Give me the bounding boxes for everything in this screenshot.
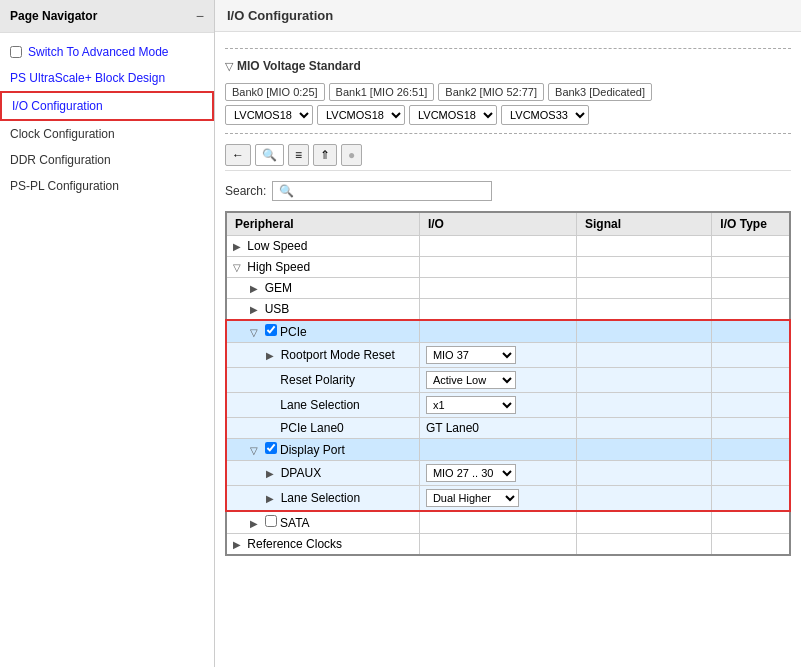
- pcie-expand-icon[interactable]: ▽: [250, 327, 258, 338]
- dp-lane-sel-expand-icon[interactable]: ▶: [266, 493, 274, 504]
- low-speed-iotype: [712, 236, 790, 257]
- search-label: Search:: [225, 184, 266, 198]
- dp-lane-sel-io-cell[interactable]: Dual Higher Dual Lower Single Higher Sin…: [419, 486, 576, 512]
- rootport-label: Rootport Mode Reset: [281, 348, 395, 362]
- usb-expand-icon[interactable]: ▶: [250, 304, 258, 315]
- mio-section-header: ▽ MIO Voltage Standard: [225, 55, 791, 77]
- mio-expand-arrow[interactable]: ▽: [225, 60, 233, 73]
- low-speed-cell[interactable]: ▶ Low Speed: [226, 236, 419, 257]
- display-port-io: [419, 439, 576, 461]
- low-speed-signal: [577, 236, 712, 257]
- config-table: Peripheral I/O Signal I/O Type ▶ Low Spe…: [225, 211, 791, 556]
- high-speed-label: High Speed: [247, 260, 310, 274]
- pcie-lane0-cell: PCIe Lane0: [226, 418, 419, 439]
- sidebar-item-advanced-mode[interactable]: Switch To Advanced Mode: [0, 39, 214, 65]
- sidebar-item-clock-configuration[interactable]: Clock Configuration: [0, 121, 214, 147]
- sidebar-item-ddr-configuration[interactable]: DDR Configuration: [0, 147, 214, 173]
- advanced-mode-checkbox[interactable]: [10, 46, 22, 58]
- sata-expand-icon[interactable]: ▶: [250, 518, 258, 529]
- rootport-io-cell[interactable]: MIO 37: [419, 343, 576, 368]
- minimize-icon[interactable]: −: [196, 8, 204, 24]
- dpaux-expand-icon[interactable]: ▶: [266, 468, 274, 479]
- dp-lane-sel-signal: [577, 486, 712, 512]
- sidebar-item-ps-ultrascale[interactable]: PS UltraScale+ Block Design: [0, 65, 214, 91]
- ref-clocks-signal: [577, 534, 712, 556]
- high-speed-cell[interactable]: ▽ High Speed: [226, 257, 419, 278]
- pcie-iotype: [712, 320, 790, 343]
- toolbar-dot-button[interactable]: ●: [341, 144, 362, 166]
- content-header: I/O Configuration: [215, 0, 801, 32]
- gem-cell[interactable]: ▶ GEM: [226, 278, 419, 299]
- dp-lane-sel-select[interactable]: Dual Higher Dual Lower Single Higher Sin…: [426, 489, 519, 507]
- high-speed-iotype: [712, 257, 790, 278]
- usb-cell[interactable]: ▶ USB: [226, 299, 419, 321]
- bank0-select[interactable]: LVCMOS18LVCMOS33: [225, 105, 313, 125]
- rootport-io-select[interactable]: MIO 37: [426, 346, 516, 364]
- ref-clocks-expand-icon[interactable]: ▶: [233, 539, 241, 550]
- dpaux-io-cell[interactable]: MIO 27 .. 30: [419, 461, 576, 486]
- dp-lane-sel-iotype: [712, 486, 790, 512]
- toolbar-up-button[interactable]: ⇑: [313, 144, 337, 166]
- content-title: I/O Configuration: [227, 8, 333, 23]
- sata-row[interactable]: ▶ SATA: [226, 511, 790, 534]
- low-speed-label: Low Speed: [247, 239, 307, 253]
- ref-clocks-row[interactable]: ▶ Reference Clocks: [226, 534, 790, 556]
- high-speed-expand-icon[interactable]: ▽: [233, 262, 241, 273]
- ref-clocks-cell[interactable]: ▶ Reference Clocks: [226, 534, 419, 556]
- mid-divider: [225, 133, 791, 134]
- table-row[interactable]: ▶ GEM: [226, 278, 790, 299]
- display-port-expand-icon[interactable]: ▽: [250, 445, 258, 456]
- dpaux-signal: [577, 461, 712, 486]
- display-port-header-row[interactable]: ▽ Display Port: [226, 439, 790, 461]
- dpaux-row[interactable]: ▶ DPAUX MIO 27 .. 30: [226, 461, 790, 486]
- bank3-select[interactable]: LVCMOS33LVCMOS18: [501, 105, 589, 125]
- dp-lane-selection-row[interactable]: ▶ Lane Selection Dual Higher Dual Lower …: [226, 486, 790, 512]
- pcie-lane-sel-select[interactable]: x1 x2 x4: [426, 396, 516, 414]
- back-button[interactable]: ←: [225, 144, 251, 166]
- reset-polarity-io-cell[interactable]: Active Low Active High: [419, 368, 576, 393]
- sidebar: Page Navigator − Switch To Advanced Mode…: [0, 0, 215, 667]
- pcie-rootport-row[interactable]: ▶ Rootport Mode Reset MIO 37: [226, 343, 790, 368]
- gem-expand-icon[interactable]: ▶: [250, 283, 258, 294]
- reset-polarity-row[interactable]: Reset Polarity Active Low Active High: [226, 368, 790, 393]
- ref-clocks-label: Reference Clocks: [247, 537, 342, 551]
- dpaux-select[interactable]: MIO 27 .. 30: [426, 464, 516, 482]
- display-port-cell[interactable]: ▽ Display Port: [226, 439, 419, 461]
- rootport-expand-icon[interactable]: ▶: [266, 350, 274, 361]
- sidebar-item-ps-pl-configuration[interactable]: PS-PL Configuration: [0, 173, 214, 199]
- table-row[interactable]: ▶ USB: [226, 299, 790, 321]
- search-input[interactable]: [272, 181, 492, 201]
- pcie-header-row[interactable]: ▽ PCIe: [226, 320, 790, 343]
- dpaux-cell: ▶ DPAUX: [226, 461, 419, 486]
- io-config-label: I/O Configuration: [12, 99, 103, 113]
- sidebar-item-io-configuration[interactable]: I/O Configuration: [0, 91, 214, 121]
- toolbar-search-button[interactable]: 🔍: [255, 144, 284, 166]
- pcie-lane0-row[interactable]: PCIe Lane0 GT Lane0: [226, 418, 790, 439]
- pcie-label: PCIe: [280, 325, 307, 339]
- bank-label-row: Bank0 [MIO 0:25] Bank1 [MIO 26:51] Bank2…: [225, 83, 791, 101]
- bank1-select[interactable]: LVCMOS18LVCMOS33: [317, 105, 405, 125]
- pcie-io: [419, 320, 576, 343]
- bank2-select[interactable]: LVCMOS18LVCMOS33: [409, 105, 497, 125]
- pcie-lane-selection-row[interactable]: Lane Selection x1 x2 x4: [226, 393, 790, 418]
- pcie-lane0-value: GT Lane0: [426, 421, 479, 435]
- reset-polarity-cell: Reset Polarity: [226, 368, 419, 393]
- usb-iotype: [712, 299, 790, 321]
- rootport-signal: [577, 343, 712, 368]
- pcie-checkbox[interactable]: [265, 324, 277, 336]
- low-speed-io: [419, 236, 576, 257]
- toolbar-filter-button[interactable]: ≡: [288, 144, 309, 166]
- low-speed-expand-icon[interactable]: ▶: [233, 241, 241, 252]
- pcie-cell[interactable]: ▽ PCIe: [226, 320, 419, 343]
- table-row[interactable]: ▶ Low Speed: [226, 236, 790, 257]
- pcie-lane-sel-io-cell[interactable]: x1 x2 x4: [419, 393, 576, 418]
- reset-polarity-label: Reset Polarity: [280, 373, 355, 387]
- reset-polarity-select[interactable]: Active Low Active High: [426, 371, 516, 389]
- sata-checkbox[interactable]: [265, 515, 277, 527]
- reset-polarity-signal: [577, 368, 712, 393]
- sidebar-title: Page Navigator: [10, 9, 97, 23]
- display-port-checkbox[interactable]: [265, 442, 277, 454]
- sata-cell[interactable]: ▶ SATA: [226, 511, 419, 534]
- table-row[interactable]: ▽ High Speed: [226, 257, 790, 278]
- high-speed-io: [419, 257, 576, 278]
